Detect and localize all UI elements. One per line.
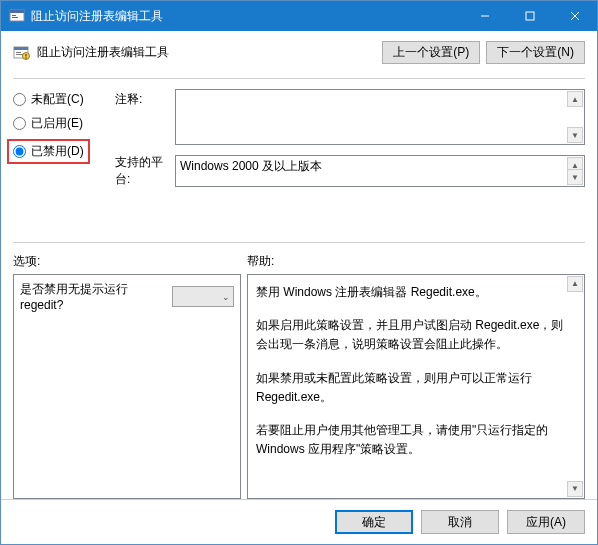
policy-item-icon: [13, 45, 31, 61]
divider: [13, 242, 585, 243]
radio-disabled-input[interactable]: [13, 145, 26, 158]
comment-field[interactable]: ▲ ▼: [175, 89, 585, 145]
option-dropdown[interactable]: ⌄: [172, 286, 234, 307]
radio-not-configured-label: 未配置(C): [31, 91, 84, 108]
help-paragraph: 如果禁用或未配置此策略设置，则用户可以正常运行 Regedit.exe。: [256, 369, 564, 407]
radio-not-configured[interactable]: 未配置(C): [13, 91, 115, 108]
scroll-down-icon[interactable]: ▼: [567, 481, 583, 497]
svg-rect-11: [16, 54, 23, 55]
apply-button[interactable]: 应用(A): [507, 510, 585, 534]
radio-not-configured-input[interactable]: [13, 93, 26, 106]
cancel-button[interactable]: 取消: [421, 510, 499, 534]
policy-editor-window: 阻止访问注册表编辑工具 阻止访问注册表编辑工具 上一个设置(P) 下一个设置(N…: [0, 0, 598, 545]
scroll-down-icon[interactable]: ▼: [567, 127, 583, 143]
platform-label: 支持的平台:: [115, 154, 175, 188]
help-label: 帮助:: [247, 253, 274, 270]
help-panel: 禁用 Windows 注册表编辑器 Regedit.exe。 如果启用此策略设置…: [247, 274, 585, 499]
footer: 确定 取消 应用(A): [1, 499, 597, 544]
policy-name: 阻止访问注册表编辑工具: [37, 44, 376, 61]
platform-text: Windows 2000 及以上版本: [176, 156, 584, 177]
scroll-up-icon[interactable]: ▲: [567, 91, 583, 107]
window-title: 阻止访问注册表编辑工具: [31, 8, 462, 25]
minimize-button[interactable]: [462, 1, 507, 31]
svg-rect-3: [12, 17, 18, 18]
titlebar: 阻止访问注册表编辑工具: [1, 1, 597, 31]
svg-rect-5: [526, 12, 534, 20]
scroll-down-icon[interactable]: ▼: [567, 169, 583, 185]
scroll-up-icon[interactable]: ▲: [567, 276, 583, 292]
close-button[interactable]: [552, 1, 597, 31]
radio-enabled-label: 已启用(E): [31, 115, 83, 132]
options-panel: 是否禁用无提示运行 regedit? ⌄: [13, 274, 241, 499]
radio-enabled[interactable]: 已启用(E): [13, 115, 115, 132]
comment-label: 注释:: [115, 91, 175, 108]
chevron-down-icon: ⌄: [222, 292, 230, 302]
maximize-button[interactable]: [507, 1, 552, 31]
options-label: 选项:: [13, 253, 247, 270]
help-paragraph: 如果启用此策略设置，并且用户试图启动 Regedit.exe，则会出现一条消息，…: [256, 316, 564, 354]
svg-rect-14: [25, 57, 26, 58]
radio-disabled[interactable]: 已禁用(D): [13, 143, 84, 160]
svg-rect-1: [10, 10, 24, 13]
help-paragraph: 若要阻止用户使用其他管理工具，请使用"只运行指定的 Windows 应用程序"策…: [256, 421, 564, 459]
radio-disabled-label: 已禁用(D): [31, 143, 84, 160]
svg-rect-2: [12, 15, 16, 16]
option-disable-silent-regedit-label: 是否禁用无提示运行 regedit?: [20, 281, 172, 312]
divider: [13, 78, 585, 79]
policy-icon: [9, 8, 25, 24]
previous-setting-button[interactable]: 上一个设置(P): [382, 41, 480, 64]
next-setting-button[interactable]: 下一个设置(N): [486, 41, 585, 64]
highlight-box: 已禁用(D): [7, 139, 90, 164]
svg-rect-10: [16, 52, 21, 53]
svg-rect-9: [14, 47, 28, 50]
platform-field: Windows 2000 及以上版本 ▲ ▼: [175, 155, 585, 187]
svg-rect-13: [25, 54, 26, 57]
ok-button[interactable]: 确定: [335, 510, 413, 534]
help-paragraph: 禁用 Windows 注册表编辑器 Regedit.exe。: [256, 283, 564, 302]
radio-enabled-input[interactable]: [13, 117, 26, 130]
